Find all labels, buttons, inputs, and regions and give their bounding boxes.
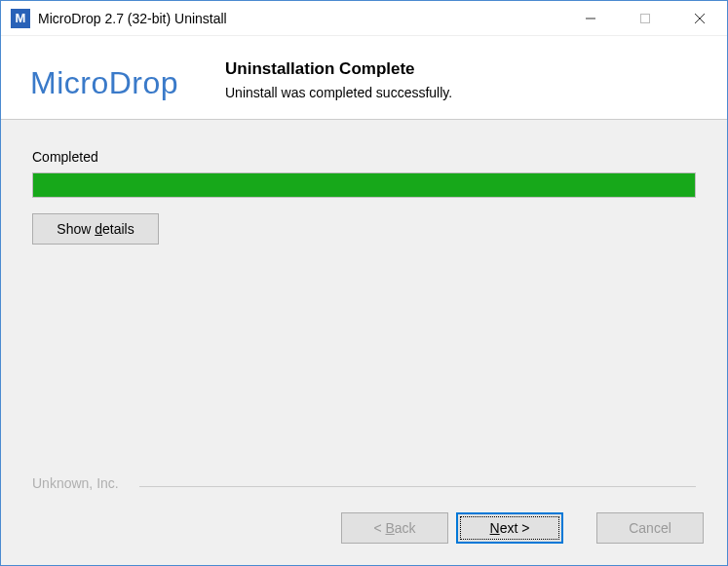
branding-row: Unknown, Inc. [32, 475, 696, 487]
app-icon: M [11, 9, 30, 28]
window-title: MicroDrop 2.7 (32-bit) Uninstall [38, 11, 563, 26]
status-label: Completed [32, 149, 696, 165]
uninstaller-window: M MicroDrop 2.7 (32-bit) Uninstall Micro… [0, 0, 728, 566]
footer: < Back Next > Cancel [1, 497, 727, 565]
company-branding: Unknown, Inc. [32, 475, 696, 495]
content-spacer [32, 245, 696, 475]
maximize-icon [639, 13, 651, 24]
header-text: Uninstallation Complete Uninstall was co… [225, 54, 708, 100]
maximize-button [618, 1, 672, 35]
close-button[interactable] [672, 1, 727, 35]
header: MicroDrop Uninstallation Complete Uninst… [1, 36, 727, 119]
next-button[interactable]: Next > [456, 512, 563, 544]
next-label: Next > [490, 520, 530, 536]
minimize-button[interactable] [563, 1, 618, 35]
content-area: Completed Show details Unknown, Inc. [1, 120, 727, 497]
cancel-button: Cancel [596, 512, 704, 544]
minimize-icon [585, 13, 596, 24]
back-label: < Back [373, 520, 415, 536]
close-icon [694, 13, 706, 24]
back-button: < Back [341, 512, 448, 544]
window-controls [563, 1, 727, 35]
footer-gap [571, 512, 589, 544]
branding-divider [139, 486, 696, 487]
show-details-button[interactable]: Show details [32, 213, 159, 245]
svg-rect-1 [641, 14, 650, 22]
progress-fill [33, 173, 695, 197]
header-subtitle: Uninstall was completed successfully. [225, 85, 708, 100]
show-details-label: Show details [57, 221, 134, 237]
product-logo: MicroDrop [30, 54, 225, 101]
header-title: Uninstallation Complete [225, 59, 708, 79]
titlebar: M MicroDrop 2.7 (32-bit) Uninstall [1, 1, 727, 36]
cancel-label: Cancel [629, 520, 671, 536]
progress-bar [32, 172, 696, 198]
